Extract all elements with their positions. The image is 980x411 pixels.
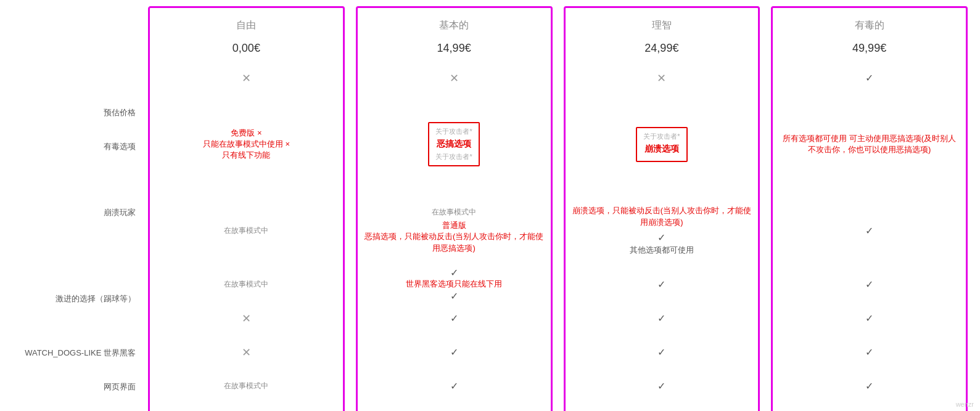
plan-free-griefer-text: 免费版 × 只能在故事模式中使用 × 只有线下功能: [203, 128, 290, 161]
check-icon-sane-webui: ✓: [657, 312, 665, 324]
plan-sane-aggressive: 崩溃选项，只能被动反击(当别人攻击你时，才能使用崩溃选项) ✓ 其他选项都可使用: [572, 193, 752, 267]
plan-toxic-toxic: ✓: [779, 61, 960, 95]
plan-basic: 基本的 14,99€ ✕ 关于攻击者* 恶搞选项 关于攻击者*: [356, 6, 553, 411]
plan-free-rows: ✕ 免费版 × 只能在故事模式中使用 × 只有线下功能 在故事模式: [156, 61, 337, 411]
plan-sane-griefer: 关于攻击者* 崩溃选项: [572, 95, 752, 193]
plan-sane-name: 理智: [572, 14, 752, 36]
plan-sane-griefer-box: 关于攻击者* 崩溃选项: [636, 127, 687, 162]
plan-sane-webui: ✓: [572, 301, 752, 335]
plan-toxic-griefer: 所有选项都可使用 可主动使用恶搞选项(及时别人不攻击你，你也可以使用恶搞选项): [779, 95, 960, 193]
plan-free-rockstarid: ✕: [156, 335, 337, 369]
plan-basic-webui: ✓: [364, 301, 545, 335]
check-icon-basic-rockstarid: ✓: [450, 346, 458, 358]
plan-sane-griefer-main: 崩溃选项: [643, 141, 680, 157]
plans-area: 自由 0,00€ ✕ 免费版 × 只能在故事模式中使用 × 只有线下功能: [148, 6, 968, 411]
plan-toxic-rows: ✓ 所有选项都可使用 可主动使用恶搞选项(及时别人不攻击你，你也可以使用恶搞选项…: [779, 61, 960, 411]
check-icon-sane-rockstarid: ✓: [657, 346, 665, 358]
label-griefer: 崩溃玩家: [12, 163, 148, 262]
plan-basic-rockstarid: ✓: [364, 335, 545, 369]
plan-basic-watchdogs: ✓ 世界黑客选项只能在线下用 ✓: [364, 267, 545, 301]
plan-toxic-webui: ✓: [779, 301, 960, 335]
plan-sane-allother: ✓: [572, 369, 752, 403]
plan-basic-rows: ✕ 关于攻击者* 恶搞选项 关于攻击者* 在故事模式中 普通版: [364, 61, 545, 411]
plan-free-watchdogs: 在故事模式中: [156, 267, 337, 301]
plan-basic-autoupdate: ✓: [364, 403, 545, 411]
cross-icon: ✕: [242, 71, 251, 85]
plan-sane-toxic: ✕: [572, 61, 752, 95]
check-icon-toxic-watchdogs: ✓: [865, 279, 873, 290]
label-watchdogs: WATCH_DOGS-LIKE 世界黑客: [12, 336, 148, 370]
check-icon-toxic-allother: ✓: [865, 380, 873, 392]
plan-sane-price: 24,99€: [572, 36, 752, 61]
check-icon-sane-watchdogs: ✓: [657, 279, 665, 290]
cross-icon-sane-toxic: ✕: [657, 71, 666, 85]
plan-basic-griefer-box: 关于攻击者* 恶搞选项 关于攻击者*: [428, 122, 479, 166]
check-icon-toxic-aggressive: ✓: [865, 225, 873, 237]
cross-icon-rockstarid: ✕: [242, 346, 251, 359]
check-icon-toxic-toxic: ✓: [865, 72, 873, 84]
plan-free-toxic: ✕: [156, 61, 337, 95]
plan-toxic: 有毒的 49,99€ ✓ 所有选项都可使用 可主动使用恶搞选项(及时别人不攻击你…: [771, 6, 968, 411]
label-price: 预估价格: [12, 96, 148, 129]
plan-basic-allother: ✓: [364, 369, 545, 403]
watermark: wenzr: [956, 401, 974, 408]
plan-sane-watchdogs: ✓: [572, 267, 752, 301]
plan-toxic-rockstarid: ✓: [779, 335, 960, 369]
check-icon-basic-webui: ✓: [450, 312, 458, 324]
check-icon-toxic-rockstarid: ✓: [865, 346, 873, 358]
check-icon-sane-allother: ✓: [657, 380, 665, 392]
label-webui: 网页界面: [12, 370, 148, 404]
plan-free-name: 自由: [156, 14, 337, 36]
label-rockstarid: ROCKSTAR ID 工具: [12, 404, 148, 411]
plan-toxic-aggressive: ✓: [779, 193, 960, 267]
cross-icon-basic-toxic: ✕: [450, 71, 459, 85]
plan-free-webui: ✕: [156, 301, 337, 335]
cross-icon-webui: ✕: [242, 312, 251, 325]
plan-basic-name: 基本的: [364, 14, 545, 36]
plan-free: 自由 0,00€ ✕ 免费版 × 只能在故事模式中使用 × 只有线下功能: [148, 6, 345, 411]
plan-toxic-allother: ✓: [779, 369, 960, 403]
plan-toxic-name: 有毒的: [779, 14, 960, 36]
label-toxic: 有毒选项: [12, 129, 148, 163]
plan-free-autoupdate: ✓: [156, 403, 337, 411]
labels-column: 预估价格 有毒选项 崩溃玩家 激进的选择（踢球等） WATCH_DOGS-LIK…: [12, 6, 148, 411]
plan-free-aggressive: 在故事模式中: [156, 193, 337, 267]
plan-toxic-autoupdate: ✓: [779, 403, 960, 411]
plan-sane-rockstarid: ✓: [572, 335, 752, 369]
plan-sane-rows: ✕ 关于攻击者* 崩溃选项 崩溃选项，只能被动反击(当别人攻击你时，才能使用崩溃…: [572, 61, 752, 411]
plan-toxic-watchdogs: ✓: [779, 267, 960, 301]
plan-sane-autoupdate: ✓: [572, 403, 752, 411]
check-icon-toxic-webui: ✓: [865, 312, 873, 324]
check-icon-basic-allother: ✓: [450, 380, 458, 392]
plan-basic-aggressive: 在故事模式中 普通版 恶搞选项，只能被动反击(当别人攻击你时，才能使用恶搞选项): [364, 193, 545, 267]
plan-free-price: 0,00€: [156, 36, 337, 61]
plan-basic-price: 14,99€: [364, 36, 545, 61]
plan-free-allother: 在故事模式中: [156, 369, 337, 403]
plan-sane: 理智 24,99€ ✕ 关于攻击者* 崩溃选项 崩溃选项，只能被动反击(: [564, 6, 760, 411]
plan-basic-griefer: 关于攻击者* 恶搞选项 关于攻击者*: [364, 95, 545, 193]
plan-basic-griefer-main: 恶搞选项: [435, 136, 472, 152]
plan-basic-toxic: ✕: [364, 61, 545, 95]
label-aggressive: 激进的选择（踢球等）: [12, 262, 148, 336]
plan-free-griefer: 免费版 × 只能在故事模式中使用 × 只有线下功能: [156, 95, 337, 193]
plan-toxic-price: 49,99€: [779, 36, 960, 61]
